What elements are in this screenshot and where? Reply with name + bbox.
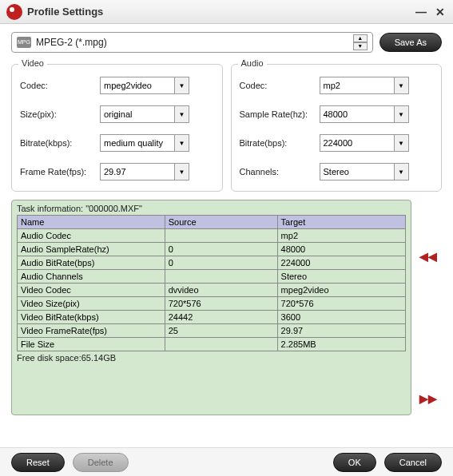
table-row: Audio BitRate(bps)0224000 [18, 256, 406, 270]
chevron-down-icon: ▼ [174, 135, 189, 151]
audio-bitrate-label: Bitrate(bps): [240, 138, 320, 148]
audio-panel-title: Audio [238, 58, 267, 68]
header-name: Name [18, 216, 165, 229]
task-info-title: Task information: "000000.MXF" [17, 204, 406, 213]
video-panel: Video Codec: mpeg2video▼ Size(pix): orig… [11, 64, 223, 192]
mpeg-icon: MPG [17, 37, 31, 48]
cell-target: 48000 [277, 243, 405, 256]
cell-source: 0 [165, 256, 277, 270]
minimize-button[interactable]: — [415, 6, 427, 18]
audio-channels-value: Stereo [324, 167, 349, 177]
video-framerate-select[interactable]: 29.97▼ [100, 163, 189, 180]
prev-task-button[interactable]: ◀◀ [418, 248, 439, 265]
audio-channels-label: Channels: [240, 167, 320, 177]
audio-bitrate-row: Bitrate(bps): 224000▼ [240, 129, 434, 157]
video-bitrate-label: Bitrate(kbps): [20, 138, 100, 148]
video-codec-value: mpeg2video [104, 81, 152, 90]
chevron-down-icon: ▼ [174, 106, 189, 122]
cell-target: 3600 [277, 311, 405, 324]
footer: Reset Delete OK Cancel [0, 447, 453, 476]
video-framerate-row: Frame Rate(fps): 29.97▼ [20, 157, 214, 186]
cell-source [165, 229, 277, 243]
table-row: Video Codecdvvideompeg2video [18, 284, 406, 297]
chevron-down-icon: ▼ [394, 77, 408, 93]
cell-source: 24442 [165, 311, 277, 324]
cell-source: 0 [165, 243, 277, 256]
video-size-select[interactable]: original▼ [100, 105, 189, 123]
audio-samplerate-row: Sample Rate(hz): 48000▼ [240, 100, 434, 129]
spinner-down-icon[interactable]: ▼ [353, 42, 368, 50]
task-area: Task information: "000000.MXF" Name Sour… [11, 200, 442, 415]
audio-panel: Audio Codec: mp2▼ Sample Rate(hz): 48000… [231, 64, 443, 192]
titlebar: Profile Settings — ✕ [0, 0, 453, 24]
task-table: Name Source Target Audio Codecmp2Audio S… [17, 215, 406, 351]
video-codec-label: Codec: [20, 81, 100, 90]
window-title: Profile Settings [27, 6, 408, 18]
chevron-down-icon: ▼ [174, 77, 189, 93]
table-row: Audio ChannelsStereo [18, 270, 406, 284]
next-task-button[interactable]: ▶▶ [418, 390, 439, 407]
video-codec-select[interactable]: mpeg2video▼ [100, 77, 189, 94]
cell-target: Stereo [277, 270, 405, 284]
audio-codec-select[interactable]: mp2▼ [320, 77, 409, 94]
table-row: Audio SampleRate(hz)048000 [18, 243, 406, 256]
cell-target: 224000 [277, 256, 405, 270]
cell-name: Audio SampleRate(hz) [18, 243, 165, 256]
table-row: Video BitRate(kbps)244423600 [18, 311, 406, 324]
chevron-down-icon: ▼ [174, 164, 189, 180]
video-bitrate-row: Bitrate(kbps): medium quality▼ [20, 129, 214, 157]
cell-name: Video Codec [18, 284, 165, 297]
audio-codec-value: mp2 [324, 81, 340, 90]
table-row: Audio Codecmp2 [18, 229, 406, 243]
cell-target: mpeg2video [277, 284, 405, 297]
audio-samplerate-select[interactable]: 48000▼ [320, 105, 409, 123]
video-bitrate-select[interactable]: medium quality▼ [100, 134, 189, 152]
cell-name: File Size [18, 338, 165, 351]
video-size-label: Size(pix): [20, 109, 100, 119]
free-disk-space: Free disk space:65.14GB [17, 353, 406, 363]
nav-column: ◀◀ ▶▶ [418, 200, 442, 415]
profile-spinner[interactable]: ▲ ▼ [353, 34, 368, 50]
audio-bitrate-value: 224000 [324, 138, 353, 148]
video-framerate-label: Frame Rate(fps): [20, 167, 100, 177]
cell-target: mp2 [277, 229, 405, 243]
spinner-up-icon[interactable]: ▲ [353, 34, 368, 42]
cell-source [165, 338, 277, 351]
audio-bitrate-select[interactable]: 224000▼ [320, 134, 409, 152]
table-row: Video Size(pix)720*576720*576 [18, 297, 406, 311]
reset-button[interactable]: Reset [11, 453, 65, 472]
audio-samplerate-value: 48000 [324, 109, 348, 119]
cell-source [165, 270, 277, 284]
profile-label: MPEG-2 (*.mpg) [36, 37, 353, 48]
audio-codec-label: Codec: [240, 81, 320, 90]
video-size-value: original [104, 109, 132, 119]
cell-target: 2.285MB [277, 338, 405, 351]
cancel-button[interactable]: Cancel [384, 453, 442, 472]
profile-select[interactable]: MPG MPEG-2 (*.mpg) ▲ ▼ [11, 32, 373, 53]
chevron-down-icon: ▼ [394, 164, 408, 180]
task-info-box: Task information: "000000.MXF" Name Sour… [11, 200, 411, 415]
save-as-button[interactable]: Save As [379, 33, 442, 52]
cell-target: 29.97 [277, 324, 405, 338]
video-panel-title: Video [18, 58, 47, 68]
delete-button[interactable]: Delete [73, 453, 129, 472]
header-source: Source [165, 216, 277, 229]
audio-samplerate-label: Sample Rate(hz): [240, 109, 320, 119]
profile-row: MPG MPEG-2 (*.mpg) ▲ ▼ Save As [11, 32, 442, 53]
cell-name: Video Size(pix) [18, 297, 165, 311]
audio-channels-select[interactable]: Stereo▼ [320, 163, 409, 180]
task-header-row: Name Source Target [18, 216, 406, 229]
audio-codec-row: Codec: mp2▼ [240, 71, 434, 100]
cell-name: Audio Codec [18, 229, 165, 243]
app-icon [6, 4, 22, 20]
chevron-down-icon: ▼ [394, 135, 408, 151]
close-button[interactable]: ✕ [434, 6, 447, 18]
cell-source: 25 [165, 324, 277, 338]
cell-name: Video BitRate(kbps) [18, 311, 165, 324]
video-size-row: Size(pix): original▼ [20, 100, 214, 129]
cell-name: Audio BitRate(bps) [18, 256, 165, 270]
video-codec-row: Codec: mpeg2video▼ [20, 71, 214, 100]
table-row: File Size2.285MB [18, 338, 406, 351]
video-framerate-value: 29.97 [104, 167, 126, 177]
ok-button[interactable]: OK [333, 453, 376, 472]
